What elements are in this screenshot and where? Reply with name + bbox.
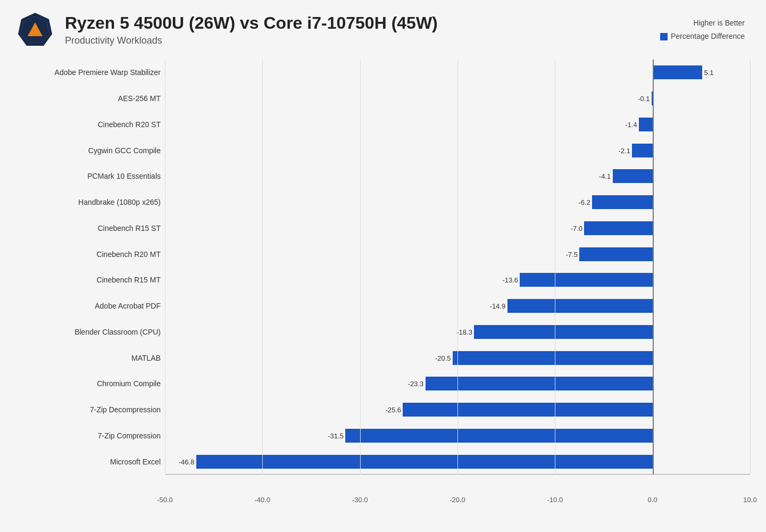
bar-row: PCMark 10 Essentials-4.1: [16, 163, 750, 189]
legend-item: Percentage Difference: [660, 30, 745, 43]
grid-line: [750, 60, 751, 475]
bar-row: 7-Zip Decompression-25.6: [16, 397, 750, 423]
legend-color-box: [660, 33, 668, 40]
bar-fill: [592, 195, 653, 209]
chart-area: Adobe Premiere Warp Stabilizer5.1AES-256…: [16, 60, 750, 496]
bar-chart-area: -1.4: [165, 112, 750, 138]
bar-label: MATLAB: [16, 354, 165, 362]
bar-label: Microsoft Excel: [16, 458, 165, 466]
legend-series-label: Percentage Difference: [671, 30, 745, 43]
bar-value-label: -7.0: [571, 224, 582, 232]
bar-value-label: -7.5: [565, 250, 577, 258]
bar-label: Cinebench R20 MT: [16, 250, 165, 259]
bar-row: Adobe Premiere Warp Stabilizer5.1: [16, 60, 750, 86]
bar-label: 7-Zip Decompression: [16, 405, 165, 414]
bar-row: Cinebench R20 ST-1.4: [16, 112, 750, 138]
bar-value-label: -0.1: [638, 95, 650, 103]
bar-label: Cygwin GCC Compile: [16, 146, 165, 155]
bar-value-label: -1.4: [625, 120, 637, 128]
bar-fill: [639, 118, 653, 131]
bar-label: 7-Zip Compression: [16, 431, 165, 440]
bar-row: Handbrake (1080p x265)-6.2: [16, 189, 750, 215]
bar-chart-area: -7.5: [165, 241, 750, 267]
x-axis-tick: -40.0: [255, 496, 271, 504]
header: Ryzen 5 4500U (26W) vs Core i7-10750H (4…: [16, 11, 750, 49]
zero-line: [653, 60, 653, 475]
bar-value-label: -46.8: [179, 458, 195, 466]
bar-label: Cinebench R15 MT: [16, 276, 165, 284]
bar-label: Cinebench R20 ST: [16, 120, 165, 129]
bar-label: Blender Classroom (CPU): [16, 328, 165, 336]
bar-chart-area: -46.8: [165, 448, 750, 475]
bar-chart-area: -7.0: [165, 215, 750, 242]
bar-fill: [453, 351, 653, 365]
bar-value-label: -20.5: [435, 354, 451, 362]
bar-value-label: -4.1: [599, 172, 611, 180]
bar-chart-area: -2.1: [165, 137, 750, 163]
bar-label: Cinebench R15 ST: [16, 224, 165, 232]
x-axis: -50.0-40.0-30.0-20.0-10.00.010.0: [165, 493, 750, 496]
bar-fill: [426, 377, 653, 390]
x-axis-line: [165, 474, 750, 475]
bar-row: Cygwin GCC Compile-2.1: [16, 137, 750, 163]
bar-fill: [653, 65, 703, 79]
bar-value-label: -14.9: [490, 302, 506, 310]
chart-container: Ryzen 5 4500U (26W) vs Core i7-10750H (4…: [0, 0, 766, 532]
bar-label: Handbrake (1080p x265): [16, 198, 165, 206]
bar-value-label: -23.3: [408, 380, 424, 388]
bar-row: 7-Zip Compression-31.5: [16, 423, 750, 449]
bar-fill: [613, 169, 653, 183]
bar-chart-area: -4.1: [165, 163, 750, 189]
bar-fill: [632, 144, 653, 157]
bar-fill: [196, 455, 653, 469]
x-axis-tick: -50.0: [157, 496, 173, 504]
bar-chart-area: 5.1: [165, 60, 750, 86]
bar-fill: [345, 429, 653, 443]
bar-row: Cinebench R15 MT-13.6: [16, 267, 750, 293]
bar-fill: [474, 325, 653, 339]
bar-chart-area: -0.1: [165, 86, 750, 112]
x-axis-tick: -20.0: [449, 496, 465, 504]
bar-label: PCMark 10 Essentials: [16, 172, 165, 180]
bar-value-label: 5.1: [704, 69, 713, 77]
bar-fill: [507, 299, 653, 313]
legend-higher-is-better: Higher is Better: [660, 16, 745, 30]
bar-fill: [579, 247, 653, 261]
bar-value-label: -18.3: [456, 328, 472, 336]
bar-row: Adobe Acrobat PDF-14.9: [16, 293, 750, 319]
bar-chart-area: -14.9: [165, 293, 750, 319]
bar-value-label: -31.5: [328, 431, 344, 439]
header-text: Ryzen 5 4500U (26W) vs Core i7-10750H (4…: [65, 13, 650, 46]
bar-chart-area: -31.5: [165, 423, 750, 449]
bar-chart-area: -25.6: [165, 397, 750, 423]
bar-row: Chromium Compile-23.3: [16, 371, 750, 397]
bar-row: Microsoft Excel-46.8: [16, 448, 750, 475]
bars-section: Adobe Premiere Warp Stabilizer5.1AES-256…: [16, 60, 750, 475]
chart-title: Ryzen 5 4500U (26W) vs Core i7-10750H (4…: [65, 13, 650, 33]
bar-row: Cinebench R20 MT-7.5: [16, 241, 750, 267]
bar-label: AES-256 MT: [16, 94, 165, 103]
bar-label: Chromium Compile: [16, 379, 165, 388]
bar-chart-area: -20.5: [165, 345, 750, 371]
bar-value-label: -6.2: [578, 198, 590, 206]
bar-row: Cinebench R15 ST-7.0: [16, 215, 750, 242]
bar-value-label: -2.1: [618, 146, 630, 154]
logo-icon: [16, 11, 54, 49]
bar-chart-area: -6.2: [165, 189, 750, 215]
bar-value-label: -25.6: [385, 406, 401, 414]
x-axis-tick: -10.0: [547, 496, 563, 504]
chart-legend: Higher is Better Percentage Difference: [660, 16, 750, 43]
bar-fill: [403, 403, 652, 417]
bar-chart-area: -23.3: [165, 371, 750, 397]
bar-row: Blender Classroom (CPU)-18.3: [16, 319, 750, 345]
bar-row: MATLAB-20.5: [16, 345, 750, 371]
x-axis-tick: 10.0: [743, 496, 756, 504]
bar-fill: [520, 273, 652, 287]
bar-value-label: -13.6: [502, 276, 518, 284]
chart-subtitle: Productivity Workloads: [65, 35, 650, 46]
bar-label: Adobe Acrobat PDF: [16, 302, 165, 310]
bar-chart-area: -18.3: [165, 319, 750, 345]
x-axis-tick: 0.0: [648, 496, 657, 504]
bar-fill: [584, 221, 652, 235]
bar-chart-area: -13.6: [165, 267, 750, 293]
